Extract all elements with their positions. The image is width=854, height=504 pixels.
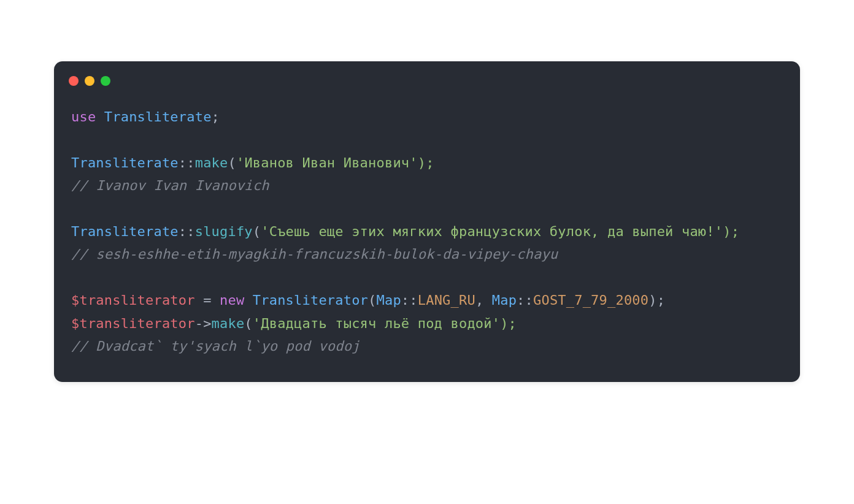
semicolon: ;	[212, 109, 220, 124]
method-name: make	[212, 316, 245, 331]
double-colon: ::	[517, 292, 533, 308]
comment: // sesh-eshhe-etih-myagkih-francuzskih-b…	[71, 246, 558, 262]
string-close: ');	[409, 155, 434, 170]
space	[96, 109, 104, 124]
string-literal: Двадцать тысяч льё под водой	[261, 316, 491, 331]
string-quote: '	[236, 155, 244, 170]
paren-close: );	[648, 292, 665, 308]
code-window: use Transliterate; Transliterate::make('…	[54, 61, 800, 382]
arrow-operator: ->	[195, 316, 212, 331]
maximize-icon[interactable]	[101, 76, 110, 86]
string-quote: '	[253, 316, 261, 331]
code-block: use Transliterate; Transliterate::make('…	[54, 91, 800, 382]
string-quote: '	[261, 224, 269, 239]
comment: // Ivanov Ivan Ivanovich	[71, 178, 269, 193]
double-colon: ::	[179, 224, 195, 239]
method-name: make	[195, 155, 228, 170]
double-colon: ::	[401, 292, 418, 308]
double-colon: ::	[179, 155, 195, 170]
string-close: ');	[492, 316, 517, 331]
minimize-icon[interactable]	[85, 76, 94, 86]
class-name: Map	[492, 292, 517, 308]
variable: $transliterator	[71, 292, 195, 308]
keyword-use: use	[71, 109, 96, 124]
string-close: ');	[715, 224, 739, 239]
close-icon[interactable]	[69, 76, 79, 86]
class-name: Map	[377, 292, 401, 308]
comment: // Dvadcat` ty'syach l`yo pod vodoj	[71, 338, 360, 354]
assign: =	[195, 292, 220, 308]
string-literal: Иванов Иван Иванович	[244, 155, 409, 170]
keyword-new: new	[220, 292, 244, 308]
paren-open: (	[244, 316, 252, 331]
space	[244, 292, 252, 308]
string-literal: Съешь еще этих мягких французских булок,…	[269, 224, 715, 239]
class-name: Transliterate	[71, 155, 179, 170]
paren-open: (	[253, 224, 261, 239]
variable: $transliterator	[71, 316, 195, 331]
method-name: slugify	[195, 224, 253, 239]
constant: GOST_7_79_2000	[533, 292, 648, 308]
class-name: Transliterator	[253, 292, 368, 308]
class-name: Transliterate	[71, 224, 179, 239]
class-name: Transliterate	[104, 109, 212, 124]
window-titlebar	[54, 61, 800, 91]
paren-open: (	[228, 155, 236, 170]
comma: ,	[475, 292, 492, 308]
constant: LANG_RU	[418, 292, 475, 308]
paren-open: (	[368, 292, 376, 308]
